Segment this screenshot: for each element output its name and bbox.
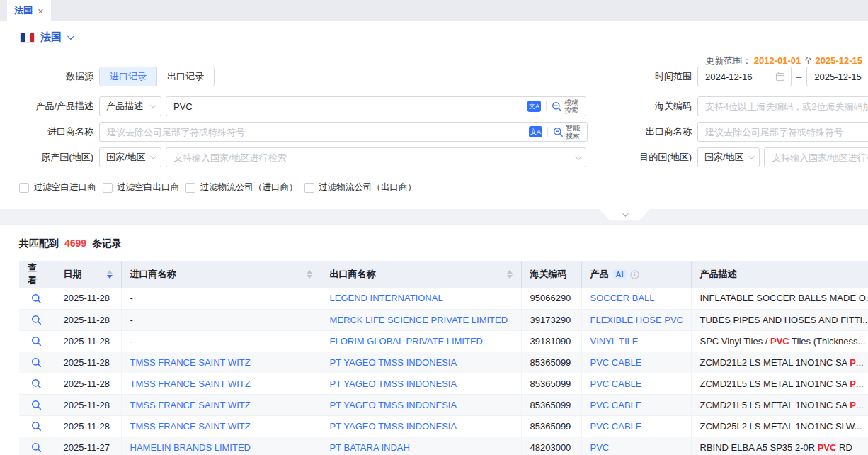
filter-blank-importer-checkbox[interactable]: 过滤空白进口商 — [19, 181, 96, 193]
product-link[interactable]: SOCCER BALL — [590, 293, 655, 303]
destination-country-type-select[interactable]: 国家/地区 — [697, 147, 760, 167]
origin-country-type-select[interactable]: 国家/地区 — [99, 147, 161, 167]
product-search-input[interactable] — [166, 98, 527, 115]
product-link[interactable]: PVC — [590, 442, 610, 453]
product-link[interactable]: PVC CABLE — [590, 400, 642, 410]
filter-logistics-importer-checkbox[interactable]: 过滤物流公司（进口商） — [185, 181, 298, 193]
product-cell: VINYL TILE — [581, 330, 691, 352]
product-link[interactable]: PVC CABLE — [590, 378, 642, 389]
filter-logistics-exporter-checkbox[interactable]: 过滤物流公司（出口商） — [304, 181, 417, 193]
close-icon[interactable]: × — [38, 6, 44, 16]
translate-icon[interactable]: 文A — [529, 126, 542, 137]
view-record-button[interactable] — [31, 293, 42, 304]
view-record-button[interactable] — [31, 442, 42, 453]
importer-link[interactable]: TMSS FRANCE SAINT WITZ — [130, 378, 251, 389]
tab-france[interactable]: 法国 × — [7, 0, 51, 21]
view-magnifier-icon — [31, 421, 42, 432]
date-cell: 2025-11-28 — [55, 352, 121, 373]
importer-field[interactable]: 文A 智能搜索 — [99, 122, 588, 142]
import-records-button[interactable]: 进口记录 — [100, 67, 156, 86]
exporter-link[interactable]: PT YAGEO TMSS INDONESIA — [330, 378, 457, 389]
product-link[interactable]: FLEXIBLE HOSE PVC — [590, 315, 684, 325]
product-search-field[interactable]: 文A 模糊搜索 — [166, 96, 586, 116]
exporter-link[interactable]: FLORIM GLOBAL PRIVATE LIMITED — [330, 336, 483, 347]
product-link[interactable]: PVC CABLE — [590, 357, 642, 368]
update-range-end: 2025-12-15 — [816, 55, 863, 66]
sort-caret-icon[interactable] — [307, 270, 312, 279]
col-description: 产品描述 — [691, 261, 868, 288]
exporter-link[interactable]: PT BATARA INDAH — [330, 442, 410, 453]
tab-bar: 法国 × — [0, 0, 868, 21]
view-magnifier-icon — [31, 400, 42, 410]
view-magnifier-icon — [31, 442, 42, 453]
results-table-wrap: 查看 日期 进口商名称 — [19, 261, 868, 455]
sort-caret-icon[interactable] — [107, 270, 113, 279]
col-importer[interactable]: 进口商名称 — [121, 261, 321, 288]
date-cell: 2025-11-28 — [55, 415, 121, 437]
product-link[interactable]: PVC CABLE — [590, 421, 642, 432]
product-type-select[interactable]: 产品描述 — [99, 96, 161, 116]
col-product: 产品 AI — [581, 261, 691, 288]
view-record-button[interactable] — [31, 400, 42, 410]
exporter-link[interactable]: LEGEND INTERNATIONAL — [330, 293, 443, 303]
collapse-panel-handle[interactable] — [599, 209, 650, 220]
exporter-cell: PT YAGEO TMSS INDONESIA — [321, 352, 521, 373]
fuzzy-search-toggle[interactable]: 模糊搜索 — [552, 99, 580, 114]
view-record-button[interactable] — [31, 315, 42, 325]
hs-code-field[interactable] — [697, 96, 868, 116]
description-cell: ZCMD21L2 LS METAL 1NO1NC SA P... — [691, 352, 868, 373]
view-record-button[interactable] — [31, 421, 42, 432]
origin-country-field[interactable] — [166, 147, 586, 167]
product-link[interactable]: VINYL TILE — [590, 336, 639, 347]
date-start-input[interactable] — [698, 68, 775, 85]
date-cell: 2025-11-28 — [55, 309, 121, 330]
date-end-field[interactable] — [806, 67, 868, 86]
date-end-input[interactable] — [807, 68, 868, 85]
importer-input[interactable] — [100, 123, 529, 140]
view-record-button[interactable] — [31, 357, 42, 368]
destination-country-field[interactable] — [764, 147, 868, 167]
col-exporter[interactable]: 出口商名称 — [321, 261, 521, 288]
exporter-field[interactable] — [697, 122, 868, 142]
smart-search-label: 智能搜索 — [566, 124, 581, 140]
filter-blank-exporter-checkbox[interactable]: 过滤空白出口商 — [103, 181, 180, 193]
importer-link[interactable]: TMSS FRANCE SAINT WITZ — [130, 421, 251, 432]
view-record-button[interactable] — [31, 336, 42, 347]
smart-search-toggle[interactable]: 智能搜索 — [553, 124, 581, 140]
view-magnifier-icon — [31, 336, 42, 347]
checkbox-icon — [185, 183, 195, 193]
hs-code-row: 海关编码 — [603, 96, 868, 116]
col-date[interactable]: 日期 — [55, 261, 121, 288]
exporter-link[interactable]: PT YAGEO TMSS INDONESIA — [330, 400, 457, 410]
checkbox-label: 过滤空白进口商 — [34, 181, 96, 193]
exporter-link[interactable]: PT YAGEO TMSS INDONESIA — [330, 357, 457, 368]
date-start-field[interactable] — [697, 67, 792, 86]
results-panel: 共匹配到 4699 条记录 查看 日期 — [0, 225, 868, 455]
sort-caret-icon[interactable] — [507, 270, 513, 279]
translate-icon[interactable]: 文A — [527, 101, 541, 112]
view-record-button[interactable] — [31, 378, 42, 389]
destination-country-label: 目的国(地区) — [603, 151, 697, 164]
importer-link[interactable]: HAMELIN BRANDS LIMITED — [130, 442, 251, 453]
view-magnifier-icon — [31, 293, 42, 304]
product-cell: PVC CABLE — [581, 352, 691, 373]
exporter-input[interactable] — [698, 123, 868, 140]
divider — [546, 101, 547, 111]
country-selector[interactable]: 法国 — [20, 30, 72, 44]
importer-link[interactable]: TMSS FRANCE SAINT WITZ — [130, 357, 251, 368]
origin-country-input[interactable] — [166, 149, 575, 166]
product-cell: PVC CABLE — [581, 415, 691, 437]
exporter-link[interactable]: MERCK LIFE SCIENCE PRIVATE LIMITED — [330, 315, 508, 325]
destination-country-input[interactable] — [765, 149, 868, 166]
hs-code-input[interactable] — [698, 98, 868, 115]
hs-code-cell: 39173290 — [521, 309, 581, 330]
divider — [547, 127, 548, 137]
export-records-button[interactable]: 出口记录 — [156, 67, 214, 86]
time-range-label: 时间范围 — [603, 70, 697, 83]
update-range-start: 2012-01-01 — [754, 55, 801, 66]
info-icon[interactable] — [630, 270, 639, 279]
importer-cell: TMSS FRANCE SAINT WITZ — [121, 373, 321, 394]
importer-link[interactable]: TMSS FRANCE SAINT WITZ — [130, 400, 251, 410]
results-table: 查看 日期 进口商名称 — [19, 261, 868, 455]
exporter-link[interactable]: PT YAGEO TMSS INDONESIA — [330, 421, 457, 432]
